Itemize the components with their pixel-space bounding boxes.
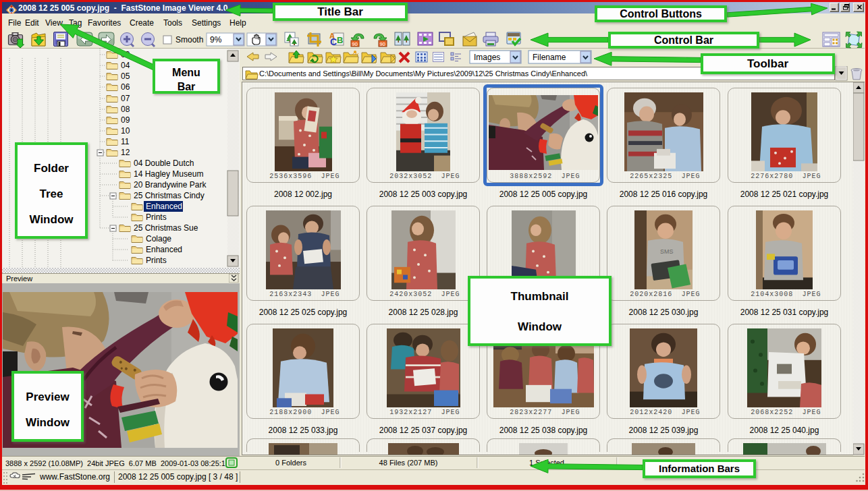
svg-text:20 Brandywine Park: 20 Brandywine Park xyxy=(134,180,207,190)
svg-text:11: 11 xyxy=(121,137,130,146)
svg-text:1 Selected: 1 Selected xyxy=(529,459,564,467)
svg-text:Enhanced: Enhanced xyxy=(146,245,182,254)
svg-text:12: 12 xyxy=(121,148,130,157)
svg-text:B: B xyxy=(337,35,343,45)
svg-text:07: 07 xyxy=(121,94,130,103)
svg-text:Images: Images xyxy=(474,53,500,62)
svg-text:08: 08 xyxy=(121,105,130,114)
svg-text:Enhanced: Enhanced xyxy=(146,202,182,211)
svg-text:90: 90 xyxy=(352,41,358,47)
svg-text:SMS: SMS xyxy=(660,248,674,255)
svg-text:05: 05 xyxy=(121,71,130,81)
svg-text:04: 04 xyxy=(121,61,130,70)
svg-text:06: 06 xyxy=(121,82,130,92)
svg-text:C: C xyxy=(330,36,337,47)
svg-text:90: 90 xyxy=(380,41,385,47)
svg-text:25 Christmas Sue: 25 Christmas Sue xyxy=(134,223,198,233)
svg-text:Smooth: Smooth xyxy=(175,35,203,45)
svg-text:04 Double Dutch: 04 Double Dutch xyxy=(134,158,194,168)
svg-text:Colage: Colage xyxy=(146,234,171,243)
svg-text:0 Folders: 0 Folders xyxy=(275,459,306,467)
svg-text:9%: 9% xyxy=(210,35,222,45)
svg-text:25 Christmas Cindy: 25 Christmas Cindy xyxy=(134,191,205,200)
svg-text:Prints: Prints xyxy=(146,256,167,265)
svg-text:14 Hagley Museum: 14 Hagley Museum xyxy=(134,169,203,179)
svg-text:Prints: Prints xyxy=(146,212,167,222)
svg-text:03: 03 xyxy=(121,50,130,59)
svg-text:10: 10 xyxy=(121,126,130,136)
svg-text:09: 09 xyxy=(121,115,130,125)
svg-text:Filename: Filename xyxy=(533,53,566,62)
svg-text:48 Files (207 MB): 48 Files (207 MB) xyxy=(379,459,438,467)
